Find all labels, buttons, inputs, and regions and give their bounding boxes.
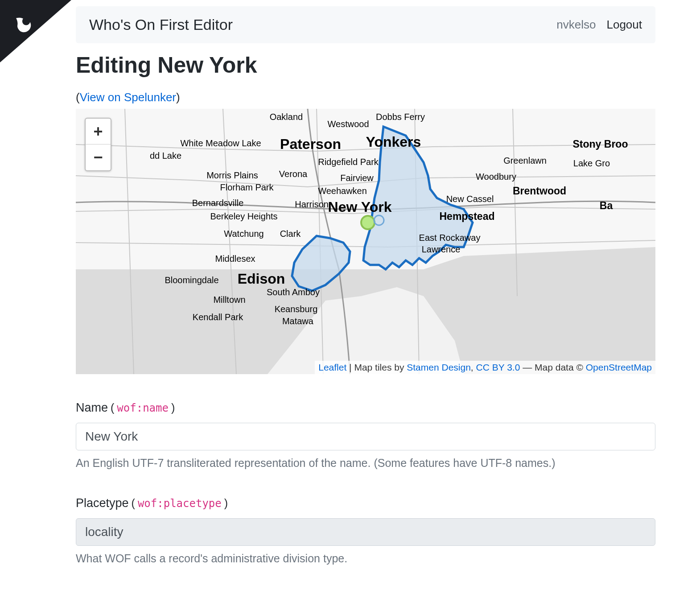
map-place-label: Clark (280, 228, 301, 239)
map-place-label: New Cassel (446, 194, 494, 204)
map-place-label: dd Lake (150, 150, 181, 161)
page-title: Editing New York (76, 52, 655, 78)
map-place-label: Woodbury (476, 171, 516, 182)
map-place-label: Kendall Park (193, 312, 243, 322)
map-place-label: Stony Broo (573, 138, 628, 150)
map-place-label: Lake Gro (573, 158, 610, 168)
map-place-label: East Rockaway (419, 232, 481, 243)
topbar: Who's On First Editor nvkelso Logout (76, 6, 655, 43)
map-place-label: White Meadow Lake (180, 138, 261, 148)
svg-point-2 (361, 216, 375, 229)
map-place-label: South Amboy (267, 287, 320, 297)
map-place-label: Milltown (213, 295, 245, 305)
map-place-label: Bloomingdale (165, 275, 218, 285)
map-place-label: Edison (238, 270, 285, 287)
zoom-controls: + − (85, 118, 111, 171)
zoom-out-button[interactable]: − (86, 144, 111, 170)
map-place-label: Fairview (340, 173, 373, 183)
field-name: Name (wof:name) An English UTF-7 transli… (76, 401, 655, 470)
map-place-label: Hempstead (440, 210, 495, 222)
map-place-label: Lawrence (422, 244, 461, 255)
map-place-label: Westwood (327, 119, 369, 129)
stamen-link[interactable]: Stamen Design (407, 362, 471, 372)
paren-open: ( (76, 91, 80, 104)
map-place-label: Dobbs Ferry (376, 111, 425, 122)
app-title[interactable]: Who's On First Editor (89, 16, 233, 33)
field-name-label: Name (76, 401, 108, 415)
map-place-label: Watchung (224, 228, 264, 239)
field-placetype-help: What WOF calls a record's administrative… (76, 552, 655, 565)
zoom-in-button[interactable]: + (86, 119, 111, 144)
osm-link[interactable]: OpenStreetMap (586, 362, 652, 372)
placetype-input[interactable] (76, 518, 655, 546)
field-placetype-code: wof:placetype (138, 497, 222, 510)
map-place-label: Ba (600, 200, 613, 212)
cc-link[interactable]: CC BY 3.0 (476, 362, 520, 372)
map-place-label: Florham Park (220, 182, 273, 192)
map-place-label: Berkeley Heights (210, 211, 277, 221)
map-place-label: Harrison (295, 199, 329, 210)
map-place-label: Verona (279, 169, 307, 179)
spelunker-line: (View on Spelunker) (76, 91, 655, 104)
map-place-label: Matawa (282, 316, 313, 326)
paren-close: ) (176, 91, 180, 104)
name-input[interactable] (76, 423, 655, 450)
map-place-label: Greenlawn (503, 156, 547, 166)
map-place-label: Yonkers (366, 134, 421, 150)
map[interactable]: OaklandDobbs FerryWestwoodWhite Meadow L… (76, 109, 655, 374)
leaflet-link[interactable]: Leaflet (318, 362, 346, 372)
spelunker-link[interactable]: View on Spelunker (80, 91, 176, 104)
map-place-label: Keansburg (275, 304, 318, 314)
logo-cat-icon[interactable] (10, 14, 35, 41)
map-place-label: Ridgefield Park (318, 157, 379, 167)
field-placetype: Placetype (wof:placetype) What WOF calls… (76, 496, 655, 565)
map-place-label: New York (328, 199, 392, 215)
field-name-help: An English UTF-7 transliterated represen… (76, 457, 655, 470)
map-place-label: Paterson (280, 136, 341, 152)
map-place-label: Weehawken (318, 186, 367, 196)
field-placetype-label: Placetype (76, 496, 129, 510)
current-user[interactable]: nvkelso (556, 18, 596, 32)
map-place-label: Middlesex (215, 254, 255, 264)
logout-link[interactable]: Logout (606, 18, 642, 32)
field-name-code: wof:name (117, 402, 169, 414)
map-place-label: Oakland (270, 111, 303, 122)
map-place-label: Brentwood (513, 185, 566, 197)
map-attribution: Leaflet | Map tiles by Stamen Design, CC… (315, 361, 655, 374)
map-place-label: Morris Plains (206, 170, 258, 180)
map-place-label: Bernardsville (192, 198, 244, 208)
